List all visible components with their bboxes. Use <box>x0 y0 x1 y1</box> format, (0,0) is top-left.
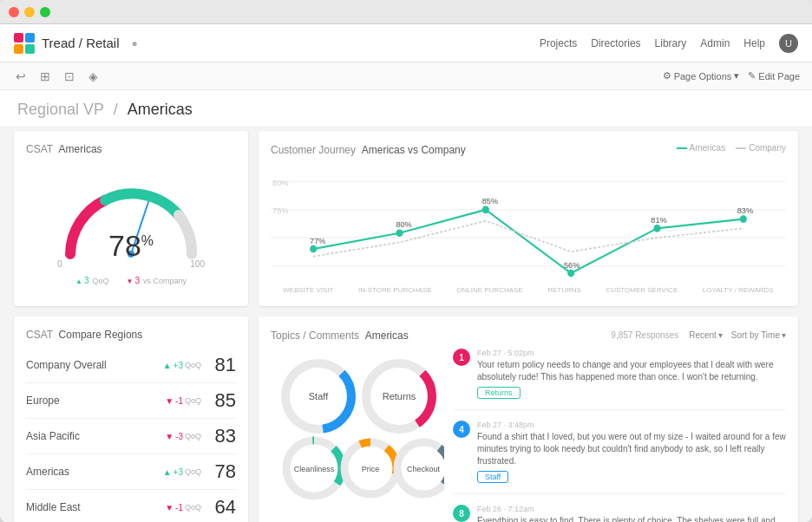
comment-tag-0[interactable]: Returns <box>477 387 521 399</box>
maximize-button[interactable] <box>40 7 50 17</box>
compare-title: CSAT <box>26 329 53 341</box>
qoq-label: QoQ <box>92 277 108 285</box>
journey-title: Customer Journey Americas vs Company <box>271 143 466 156</box>
recent-filter[interactable]: Recent ▾ <box>689 330 723 340</box>
sort-time-filter[interactable]: Sort by Time ▾ <box>731 330 786 340</box>
company-value: 3 <box>134 276 140 285</box>
gauge-max: 100 <box>190 259 205 269</box>
nav-help[interactable]: Help <box>743 37 765 49</box>
svg-point-14 <box>567 270 574 277</box>
breadcrumb-bar: Regional VP / Americas <box>0 90 812 126</box>
company-label: vs Company <box>143 277 187 285</box>
gauge-value: 78% <box>108 229 154 263</box>
svg-text:Checkout: Checkout <box>407 465 441 473</box>
back-icon[interactable]: ↩ <box>12 68 29 85</box>
compare-score-3: 78 <box>208 460 236 483</box>
minimize-button[interactable] <box>24 7 35 17</box>
toolbar-left: ↩ ⊞ ⊡ ◈ <box>12 68 102 85</box>
topics-controls: 9,857 Responses Recent ▾ Sort by Time ▾ <box>611 330 786 340</box>
chevron-down-icon: ▾ <box>734 70 739 82</box>
svg-text:Staff: Staff <box>309 391 329 401</box>
csat-card: CSAT Americas <box>14 131 248 306</box>
comment-item-1: 4 Feb 27 · 3:48pm Found a shirt that I l… <box>453 421 786 494</box>
compare-delta-0: ▲ +3 QoQ <box>163 361 201 370</box>
comment-avatar-2: 8 <box>453 505 470 522</box>
comment-avatar-1: 4 <box>453 421 470 438</box>
grid-icon[interactable]: ⊞ <box>36 68 54 85</box>
recent-chevron: ▾ <box>718 330 723 340</box>
logo-dot-2 <box>25 33 35 42</box>
page-options-button[interactable]: ⚙ Page Options ▾ <box>663 70 740 82</box>
logo-dot-1 <box>14 33 23 42</box>
x-labels: WEBSITE VISIT IN-STORE PURCHASE ONLINE P… <box>271 286 786 294</box>
qoq-value: 3 <box>84 276 89 285</box>
gear-icon: ⚙ <box>663 70 671 82</box>
svg-text:85%: 85% <box>482 196 499 206</box>
svg-text:80%: 80% <box>272 178 289 187</box>
company-arrow-down <box>126 276 133 285</box>
compare-card-title: CSAT Compare Regions <box>26 329 236 341</box>
legend-company: Company <box>736 143 786 153</box>
compare-delta-val-1: -1 <box>175 396 183 406</box>
journey-card-title: Customer Journey Americas vs Company <box>271 144 466 156</box>
nav-logo: Tread / Retail ● <box>14 33 138 54</box>
app-window: Tread / Retail ● Projects Directories Li… <box>0 0 812 522</box>
logo-dot-3 <box>14 44 23 54</box>
nav-admin[interactable]: Admin <box>700 37 730 49</box>
nav-directories[interactable]: Directories <box>591 37 640 49</box>
x-label-5: LOYALTY / REWARDS <box>703 286 774 294</box>
svg-point-12 <box>482 206 489 214</box>
page-options-label: Page Options <box>674 71 732 82</box>
nav-library[interactable]: Library <box>655 37 687 49</box>
x-label-4: CUSTOMER SERVICE <box>606 286 678 294</box>
compare-score-2: 83 <box>208 425 236 447</box>
nav-projects[interactable]: Projects <box>540 37 577 49</box>
csat-value: 78 <box>108 229 141 262</box>
close-button[interactable] <box>9 7 19 17</box>
topics-header: Topics / Comments Americas 9,857 Respons… <box>271 329 786 342</box>
comment-date-2: Feb 26 · 7:12am <box>477 505 786 513</box>
donut-grid: Staff Returns Cleanliness <box>271 349 444 522</box>
edit-page-label: Edit Page <box>758 71 800 82</box>
comments-list: 1 Feb 27 · 5:02pm Your return policy nee… <box>453 349 786 522</box>
comment-date-0: Feb 27 · 5:02pm <box>477 349 786 357</box>
comment-item-2: 8 Feb 26 · 7:12am Everything is easy to … <box>453 505 786 522</box>
compare-name-3: Americas <box>26 466 163 478</box>
breadcrumb: Regional VP / Americas <box>17 101 795 119</box>
compare-card: CSAT Compare Regions Company Overall ▲ +… <box>14 316 248 522</box>
save-icon[interactable]: ⊡ <box>61 68 78 85</box>
breadcrumb-root[interactable]: Regional VP <box>17 101 104 118</box>
compare-delta-val-0: +3 <box>174 361 183 370</box>
journey-legend: Americas Company <box>677 143 787 153</box>
sort-time-label: Sort by Time <box>731 330 780 340</box>
csat-subtitle: Americas <box>59 143 102 155</box>
legend-company-label: Company <box>749 143 786 153</box>
comment-text-0: Your return policy needs to change and y… <box>477 359 786 383</box>
top-nav: Tread / Retail ● Projects Directories Li… <box>0 24 812 62</box>
delta-qoq: 3 QoQ <box>75 276 109 285</box>
topics-body: Staff Returns Cleanliness <box>271 349 786 522</box>
svg-text:Cleanliness: Cleanliness <box>294 465 335 473</box>
edit-page-button[interactable]: ✎ Edit Page <box>748 70 800 82</box>
svg-point-16 <box>653 225 660 232</box>
compare-row-2: Asia Pacific ▼ -3 QoQ 83 <box>26 419 236 454</box>
top-grid: CSAT Americas <box>14 131 798 306</box>
settings-icon[interactable]: ◈ <box>85 68 102 85</box>
svg-point-18 <box>740 215 747 223</box>
journey-svg: 80% 75% 77% 80% <box>271 163 786 284</box>
topics-title: Topics / Comments <box>271 330 359 342</box>
topics-title-area: Topics / Comments Americas <box>271 329 409 342</box>
compare-score-0: 81 <box>208 354 236 376</box>
pin-icon[interactable]: ● <box>131 37 137 49</box>
x-label-0: WEBSITE VISIT <box>283 286 333 294</box>
bottom-grid: CSAT Compare Regions Company Overall ▲ +… <box>14 316 798 522</box>
comment-tag-1[interactable]: Staff <box>477 471 508 483</box>
svg-point-10 <box>396 229 403 237</box>
topics-subtitle: Americas <box>365 330 409 342</box>
journey-card: Customer Journey Americas vs Company Ame… <box>259 131 798 306</box>
csat-title: CSAT <box>26 143 53 155</box>
compare-row-1: Europe ▼ -1 QoQ 85 <box>26 383 236 419</box>
user-avatar[interactable]: U <box>779 34 798 53</box>
compare-delta-val-4: -1 <box>175 503 183 512</box>
main-content: CSAT Americas <box>0 126 812 522</box>
